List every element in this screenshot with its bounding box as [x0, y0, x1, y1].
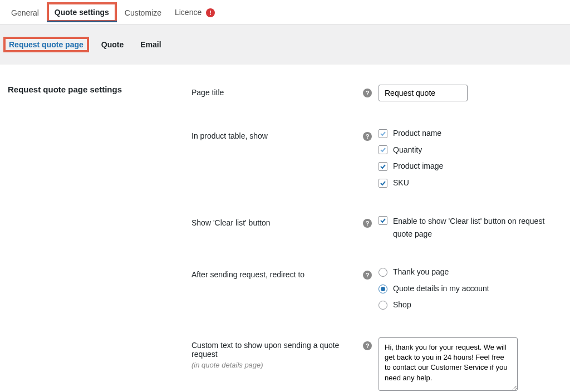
- page-title-input[interactable]: [379, 85, 468, 101]
- radio-shop[interactable]: [379, 301, 387, 310]
- settings-content: Request quote page settings Page title ?…: [0, 65, 570, 392]
- option-label: Thank you page: [393, 267, 449, 278]
- checkbox-product-image[interactable]: [379, 162, 387, 171]
- label-clear-list: Show 'Clear list' button: [191, 218, 363, 227]
- field-custom-text: Custom text to show upon sending a quote…: [191, 337, 562, 392]
- section-heading: Request quote page settings: [8, 85, 191, 94]
- radio-thank-you[interactable]: [379, 268, 387, 277]
- tab-quote-settings[interactable]: Quote settings: [47, 2, 117, 22]
- sub-tabs: Request quote page Quote Email: [0, 24, 570, 65]
- subtab-email[interactable]: Email: [136, 38, 165, 51]
- tab-customize[interactable]: Customize: [118, 1, 168, 24]
- help-icon[interactable]: ?: [363, 341, 372, 350]
- help-icon[interactable]: ?: [363, 89, 372, 97]
- field-page-title: Page title ?: [191, 85, 562, 101]
- option-label: Product name: [393, 128, 441, 139]
- help-icon[interactable]: ?: [363, 271, 372, 280]
- option-label: SKU: [393, 178, 409, 189]
- field-product-table: In product table, show ? Product name Qu…: [191, 128, 562, 188]
- option-label: Shop: [393, 300, 411, 311]
- clear-list-desc: Enable to show 'Clear list' button on re…: [393, 215, 560, 240]
- sublabel-custom-text: (in quote details page): [191, 361, 363, 369]
- option-label: Quote details in my account: [393, 283, 489, 295]
- option-label: Product image: [393, 161, 443, 172]
- help-icon[interactable]: ?: [363, 132, 372, 141]
- field-redirect: After sending request, redirect to ? Tha…: [191, 267, 562, 311]
- field-clear-list: Show 'Clear list' button ? Enable to sho…: [191, 215, 562, 240]
- alert-icon: !: [206, 8, 215, 17]
- checkbox-clear-list[interactable]: [379, 216, 387, 225]
- help-icon[interactable]: ?: [363, 219, 372, 228]
- subtab-quote[interactable]: Quote: [97, 38, 128, 51]
- label-page-title: Page title: [191, 88, 363, 97]
- tab-general[interactable]: General: [4, 1, 46, 24]
- label-custom-text: Custom text to show upon sending a quote…: [191, 341, 363, 359]
- label-product-table: In product table, show: [191, 131, 363, 140]
- option-label: Quantity: [393, 145, 422, 156]
- custom-text-textarea[interactable]: [379, 337, 518, 391]
- checkbox-quantity[interactable]: [379, 145, 387, 154]
- top-tabs: General Quote settings Customize Licence…: [0, 0, 570, 24]
- checkbox-product-name[interactable]: [379, 129, 387, 138]
- tab-licence[interactable]: Licence !: [168, 0, 222, 24]
- checkbox-sku[interactable]: [379, 179, 387, 188]
- subtab-request-quote-page[interactable]: Request quote page: [3, 37, 89, 52]
- radio-quote-details[interactable]: [379, 285, 387, 293]
- label-redirect: After sending request, redirect to: [191, 270, 363, 279]
